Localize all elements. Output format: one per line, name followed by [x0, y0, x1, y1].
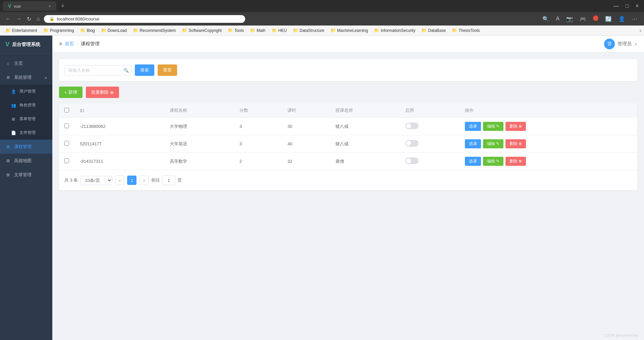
close-window-button[interactable]: ×	[633, 2, 641, 10]
search-input-icon: 🔍	[123, 68, 129, 73]
delete-button-2[interactable]: 删除 ⊗	[505, 157, 526, 166]
translate-icon[interactable]: A	[553, 14, 562, 23]
bookmark-datastructure[interactable]: 📁 DataStructure	[290, 27, 327, 34]
bookmark-database[interactable]: 📁 DataBase	[419, 27, 448, 34]
next-page-button[interactable]: ›	[139, 176, 149, 185]
jump-suffix: 页	[177, 177, 182, 183]
delete-button-0[interactable]: 删除 ⊗	[505, 122, 526, 131]
search-input-wrap: 🔍	[64, 65, 131, 76]
tab-close-icon[interactable]: ×	[48, 4, 51, 9]
folder-icon: 📁	[182, 28, 187, 33]
profile-icon[interactable]: 👤	[616, 14, 628, 23]
back-button[interactable]: ←	[4, 14, 12, 23]
dropdown-arrow-icon[interactable]: ∨	[634, 42, 637, 46]
row-checkbox-0[interactable]	[64, 124, 69, 128]
bookmark-label: Tools	[234, 28, 244, 33]
edit-button-0[interactable]: 编辑 ✎	[483, 122, 503, 131]
search-toolbar-icon[interactable]: 🔍	[540, 14, 552, 23]
row-checkbox-1[interactable]	[64, 141, 69, 146]
refresh-button[interactable]: ↻	[25, 14, 33, 23]
cell-id-0: -2113880062	[74, 118, 164, 135]
toggle-1[interactable]	[405, 140, 419, 147]
batch-delete-button[interactable]: 批量删除 ⊗	[86, 87, 119, 98]
browser-tab[interactable]: V vue ×	[3, 1, 56, 11]
bookmark-heu[interactable]: 📁 HEU	[269, 27, 289, 34]
delete-button-1[interactable]: 删除 ⊗	[505, 139, 526, 148]
select-course-button-0[interactable]: 选课	[465, 122, 481, 131]
row-checkbox-2[interactable]	[64, 158, 69, 163]
toggle-2[interactable]	[405, 157, 419, 164]
bookmark-tools[interactable]: 📁 Tools	[225, 27, 247, 34]
folder-icon: 📁	[374, 28, 379, 33]
sidebar: V 后台管理系统 ⌂ 主页 ⚙ 系统管理 ∧ 👤 用户管理 👥 角	[0, 36, 52, 340]
sidebar-item-label: 系统管理	[14, 75, 32, 81]
edit-button-2[interactable]: 编辑 ✎	[483, 157, 503, 166]
bookmark-label: RecommendSystem	[140, 28, 176, 33]
role-icon: 👥	[11, 103, 16, 108]
badge-icon[interactable]	[590, 14, 601, 23]
sidebar-item-article[interactable]: ⊞ 文章管理	[0, 168, 52, 182]
sidebar-item-system[interactable]: ⚙ 系统管理 ∧	[0, 70, 52, 85]
more-options-icon[interactable]: ⋯	[629, 14, 640, 23]
sidebar-item-label: 角色管理	[19, 102, 36, 108]
select-course-button-1[interactable]: 选课	[465, 139, 481, 148]
new-button[interactable]: + 新增	[59, 87, 83, 98]
sidebar-item-menu[interactable]: ⊞ 菜单管理	[0, 112, 52, 126]
system-icon: ⚙	[5, 75, 11, 80]
jump-prefix: 前往	[151, 177, 160, 183]
select-course-button-2[interactable]: 选课	[465, 157, 481, 166]
folder-icon: 📁	[80, 28, 86, 33]
bookmark-entertainment[interactable]: 📁 Entertainment	[3, 27, 40, 34]
folder-icon: 📁	[5, 28, 11, 33]
forward-button[interactable]: →	[15, 14, 23, 23]
bookmark-infosecurity[interactable]: 📁 InformationSecurity	[371, 27, 418, 34]
screenshot-icon[interactable]: 📷	[564, 14, 576, 23]
toggle-0[interactable]	[405, 123, 419, 129]
bookmark-thesis[interactable]: 📁 ThesisTools	[449, 27, 482, 34]
bookmark-ml[interactable]: 📁 MachineLearning	[328, 27, 371, 34]
cell-actions-1: 选课 编辑 ✎ 删除 ⊗	[460, 135, 637, 153]
search-button[interactable]: 搜索	[135, 64, 154, 76]
cell-teacher-2: 唐僧	[330, 153, 399, 170]
bookmark-blog[interactable]: 📁 Blog	[77, 27, 98, 34]
folder-icon: 📁	[250, 28, 255, 33]
bookmark-download[interactable]: 📁 DownLoad	[98, 27, 129, 34]
select-all-checkbox[interactable]	[64, 108, 69, 112]
table-container: ID 课程名称 分数 课时 授课老师 启用 操作 -2113880062 大学物…	[59, 103, 637, 190]
user-icon: 👤	[11, 89, 16, 94]
map-icon: ⊞	[5, 158, 11, 163]
reset-button[interactable]: 重置	[158, 64, 177, 76]
jump-page-input[interactable]	[162, 176, 175, 185]
breadcrumb-home[interactable]: 首页	[65, 41, 74, 47]
admin-name[interactable]: 管理员	[618, 41, 632, 47]
sidebar-item-users[interactable]: 👤 用户管理	[0, 85, 52, 98]
edit-button-1[interactable]: 编辑 ✎	[483, 139, 503, 148]
bookmark-recommend[interactable]: 📁 RecommendSystem	[130, 27, 178, 34]
sidebar-item-file[interactable]: 📄 文件管理	[0, 126, 52, 140]
main-content: ≡ 首页 / 课程管理 管 管理员 ∨ 🔍 搜索	[52, 36, 644, 340]
new-tab-button[interactable]: +	[59, 3, 67, 10]
bookmark-software[interactable]: 📁 SoftwareCopyright	[179, 27, 224, 34]
search-input[interactable]	[64, 65, 131, 76]
sidebar-item-course[interactable]: ⊞ 课程管理	[0, 140, 52, 154]
home-button[interactable]: ⌂	[35, 14, 41, 23]
cell-hours-2: 32	[282, 153, 330, 170]
sidebar-item-home[interactable]: ⌂ 主页	[0, 56, 52, 70]
bookmark-label: Entertainment	[12, 28, 37, 33]
sidebar-item-map[interactable]: ⊞ 高德地图	[0, 154, 52, 168]
sync-icon[interactable]: 🔄	[602, 14, 614, 23]
minimize-button[interactable]: —	[611, 2, 622, 10]
cell-hours-0: 30	[282, 118, 330, 135]
address-bar[interactable]: 🔒 localhost:8080/course	[44, 15, 245, 23]
hamburger-icon[interactable]: ≡	[59, 41, 62, 47]
bookmark-math[interactable]: 📁 Math	[247, 27, 268, 34]
sidebar-item-roles[interactable]: 👥 角色管理	[0, 98, 52, 112]
prev-page-button[interactable]: ‹	[115, 176, 124, 185]
bookmarks-more-icon[interactable]: ›	[640, 28, 641, 34]
th-enabled: 启用	[400, 103, 460, 118]
bookmark-programming[interactable]: 📁 Programming	[41, 27, 77, 34]
maximize-button[interactable]: □	[623, 2, 632, 10]
chevron-up-icon: ∧	[45, 76, 47, 80]
page-size-select[interactable]: 10条/页 20条/页 50条/页	[80, 176, 112, 185]
gamepad-icon[interactable]: 🎮	[577, 14, 589, 23]
